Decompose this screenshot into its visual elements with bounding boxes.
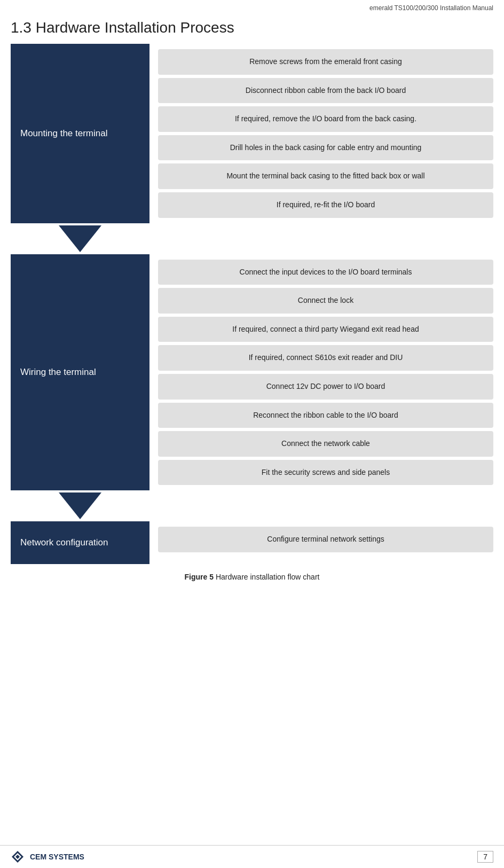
network-section: Network configuration Configure terminal… [11, 521, 493, 564]
list-item: Disconnect ribbon cable from the back I/… [158, 78, 493, 104]
list-item: Connect the network cable [158, 431, 493, 457]
figure-caption-bold: Figure 5 [185, 573, 214, 581]
arrow-down-icon-2 [59, 492, 101, 519]
list-item: If required, remove the I/O board from t… [158, 106, 493, 132]
list-item: Configure terminal network settings [158, 527, 493, 552]
footer-logo: CEM SYSTEMS [11, 850, 84, 864]
wiring-panel: Wiring the terminal [11, 254, 149, 491]
figure-caption: Figure 5 Hardware installation flow char… [11, 573, 493, 581]
list-item: Fit the security screws and side panels [158, 460, 493, 486]
page-footer: CEM SYSTEMS 7 [0, 845, 504, 868]
wiring-section: Wiring the terminal Connect the input de… [11, 254, 493, 491]
network-steps: Configure terminal network settings [149, 521, 493, 564]
main-layout: Mounting the terminal Remove screws from… [0, 44, 504, 585]
mounting-steps: Remove screws from the emerald front cas… [149, 44, 493, 223]
list-item: Connect the lock [158, 288, 493, 314]
arrow-connector-2 [11, 490, 493, 521]
mounting-panel: Mounting the terminal [11, 44, 149, 223]
arrow-connector-1 [11, 223, 493, 254]
header-text: emerald TS100/200/300 Installation Manua… [369, 4, 493, 12]
list-item: If required, connect S610s exit reader a… [158, 345, 493, 371]
network-label: Network configuration [20, 537, 108, 548]
arrow-down-container [11, 223, 149, 254]
list-item: Drill holes in the back casing for cable… [158, 135, 493, 161]
list-item: If required, connect a third party Wiega… [158, 317, 493, 342]
footer-logo-text: CEM SYSTEMS [30, 853, 84, 861]
mounting-label: Mounting the terminal [20, 128, 107, 139]
wiring-label: Wiring the terminal [20, 367, 96, 378]
page-header: emerald TS100/200/300 Installation Manua… [0, 0, 504, 14]
figure-caption-text: Hardware installation flow chart [214, 573, 319, 581]
cem-logo-icon [11, 850, 25, 864]
list-item: Connect 12v DC power to I/O board [158, 374, 493, 400]
network-panel: Network configuration [11, 521, 149, 564]
arrow-down-container-2 [11, 490, 149, 521]
list-item: If required, re-fit the I/O board [158, 192, 493, 218]
section-title: 1.3 Hardware Installation Process [0, 14, 504, 44]
wiring-steps: Connect the input devices to the I/O boa… [149, 254, 493, 491]
list-item: Remove screws from the emerald front cas… [158, 49, 493, 75]
footer-page-number: 7 [477, 851, 493, 863]
arrow-down-icon [59, 225, 101, 252]
list-item: Reconnect the ribbon cable to the I/O bo… [158, 403, 493, 428]
list-item: Connect the input devices to the I/O boa… [158, 260, 493, 285]
list-item: Mount the terminal back casing to the fi… [158, 163, 493, 189]
mounting-section: Mounting the terminal Remove screws from… [11, 44, 493, 223]
